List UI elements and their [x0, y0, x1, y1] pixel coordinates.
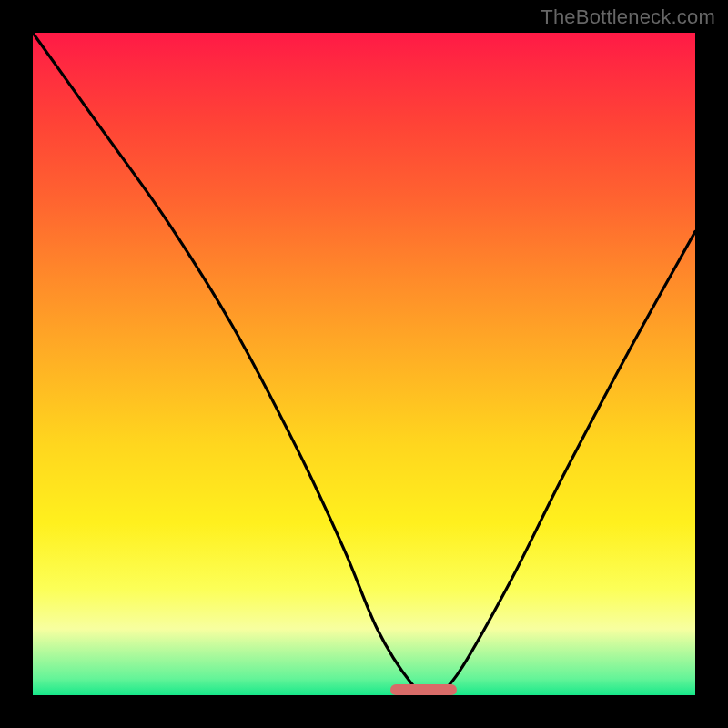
bottleneck-curve-path	[33, 33, 695, 695]
watermark-text: TheBottleneck.com	[541, 5, 715, 29]
plot-area	[33, 33, 695, 695]
optimal-range-marker	[390, 684, 457, 695]
curve-layer	[33, 33, 695, 695]
chart-container: TheBottleneck.com	[0, 0, 728, 728]
